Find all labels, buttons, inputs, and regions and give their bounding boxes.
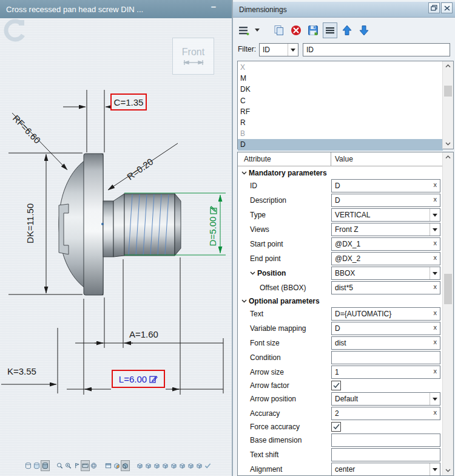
clear-value-button[interactable]: x [434, 283, 437, 290]
value-input[interactable]: Dx [331, 179, 440, 192]
move-up-button[interactable] [340, 22, 354, 38]
list-item-C[interactable]: C [238, 95, 443, 106]
checkbox-checked[interactable] [331, 381, 341, 390]
list-view-button[interactable] [323, 22, 337, 38]
filter-label: Filter: [238, 45, 256, 53]
table-row-condition: Condition [238, 350, 443, 365]
clear-value-button[interactable]: x [434, 239, 437, 246]
front-view-badge[interactable]: Front [172, 38, 214, 75]
filter-text-input[interactable]: ID [303, 43, 450, 56]
close-panel-button[interactable] [441, 2, 453, 13]
iso-view-6-button[interactable] [178, 461, 186, 471]
restore-window-button[interactable] [428, 2, 440, 13]
value-combobox[interactable]: BBOX [331, 267, 440, 280]
value-input[interactable]: Dx [331, 194, 440, 207]
view-cube-window-button[interactable] [104, 461, 112, 471]
list-item-X[interactable]: X [238, 62, 443, 73]
value-combobox[interactable]: Front Z [331, 223, 440, 236]
copy-button[interactable] [272, 22, 286, 38]
iso-view-7-button[interactable] [187, 461, 195, 471]
value-input[interactable] [331, 448, 440, 461]
dimension-label-L-editable[interactable]: L=6.00 [112, 370, 165, 388]
zoom-button[interactable] [56, 461, 64, 471]
clear-value-button[interactable]: x [434, 409, 437, 416]
menu-caret-button[interactable] [254, 22, 261, 38]
list-item-R[interactable]: R [238, 117, 443, 128]
combo-dropdown-icon[interactable] [430, 393, 440, 405]
combo-dropdown-icon[interactable] [430, 463, 440, 475]
table-row-force-accuracy: Force accuracy [238, 421, 443, 433]
orientation-button[interactable] [73, 461, 81, 471]
iso-view-8-button[interactable] [195, 461, 203, 471]
iso-view-2-button[interactable] [144, 461, 152, 471]
view-cube-face-button[interactable] [113, 461, 121, 471]
clear-value-button[interactable]: x [434, 324, 437, 331]
scroll-down-icon[interactable] [443, 139, 453, 149]
value-combobox[interactable]: VERTICAL [331, 208, 440, 222]
combo-dropdown-icon[interactable] [288, 44, 298, 56]
table-scrollbar[interactable] [442, 152, 453, 475]
attribute-label: Offset (BBOX) [238, 284, 331, 292]
value-input[interactable]: dist*5x [331, 281, 440, 294]
list-item-D[interactable]: D [238, 139, 443, 150]
checkbox-checked[interactable] [331, 422, 341, 432]
value-input[interactable]: @DX_1x [331, 237, 440, 251]
scrollbar-thumb[interactable] [444, 86, 452, 97]
combo-dropdown-icon[interactable] [430, 209, 440, 221]
value-input[interactable]: Dx [331, 322, 440, 335]
clear-value-button[interactable]: x [434, 181, 437, 188]
iso-view-4-button[interactable] [161, 461, 169, 471]
panel-window-buttons [428, 2, 453, 13]
value-input[interactable]: 1x [331, 365, 440, 379]
view-menu-button[interactable] [237, 22, 251, 38]
iso-view-1-button[interactable] [136, 461, 144, 471]
save-button[interactable] [306, 22, 320, 38]
value-combobox[interactable]: Default [331, 392, 440, 406]
value-combobox[interactable]: center [331, 463, 440, 476]
clear-value-button[interactable]: x [434, 309, 437, 316]
combo-dropdown-icon[interactable] [430, 267, 440, 279]
scrollbar-thumb[interactable] [444, 274, 452, 304]
scroll-down-icon[interactable] [443, 466, 453, 475]
delete-button[interactable] [289, 22, 303, 38]
measure-button[interactable] [81, 461, 89, 471]
list-item-M[interactable]: M [238, 73, 443, 84]
list-item-RF[interactable]: RF [238, 106, 443, 117]
value-input[interactable]: @DX_2x [331, 252, 440, 265]
screw-side-view [59, 154, 181, 295]
value-input[interactable] [331, 433, 440, 447]
filter-field-combo[interactable]: ID [259, 43, 298, 56]
list-item-B[interactable]: B [238, 128, 443, 139]
shaded-view-button[interactable] [33, 461, 41, 471]
clear-value-button[interactable]: x [434, 254, 437, 261]
move-down-button[interactable] [357, 22, 371, 38]
wireframe-view-button[interactable] [24, 461, 32, 471]
edit-pencil-icon[interactable] [209, 206, 217, 214]
scroll-up-icon[interactable] [443, 152, 453, 162]
iso-view-5-button[interactable] [170, 461, 178, 471]
clear-value-button[interactable]: x [434, 195, 437, 203]
shaded-edges-view-button[interactable] [41, 461, 49, 471]
confirm-check-button[interactable] [204, 461, 212, 471]
combo-dropdown-icon[interactable] [430, 223, 440, 236]
value-input[interactable]: distx [331, 336, 440, 350]
value-input[interactable]: 2x [331, 407, 440, 420]
dimension-label-A: A=1.60 [129, 329, 158, 339]
edit-pencil-icon[interactable] [149, 375, 158, 383]
list-scrollbar[interactable] [442, 61, 453, 149]
checkmark-icon [333, 424, 340, 430]
value-input[interactable] [331, 351, 440, 364]
clear-value-button[interactable]: x [434, 367, 437, 375]
scroll-up-icon[interactable] [443, 61, 453, 71]
zoom-fit-button[interactable] [64, 461, 72, 471]
dimension-label-D-editable[interactable]: D=5.00 [207, 197, 219, 255]
iso-view-7-icon [187, 462, 194, 469]
view-cube-shaded-button[interactable] [121, 461, 129, 471]
value-input[interactable]: D={AUTOMATIC}x [331, 307, 440, 321]
axis-center-mark [101, 223, 104, 225]
list-item-DK[interactable]: DK [238, 84, 443, 95]
iso-view-3-button[interactable] [153, 461, 161, 471]
clear-value-button[interactable]: x [434, 338, 437, 345]
minimize-button[interactable]: – [211, 1, 216, 12]
rotate-view-button[interactable] [90, 461, 98, 471]
